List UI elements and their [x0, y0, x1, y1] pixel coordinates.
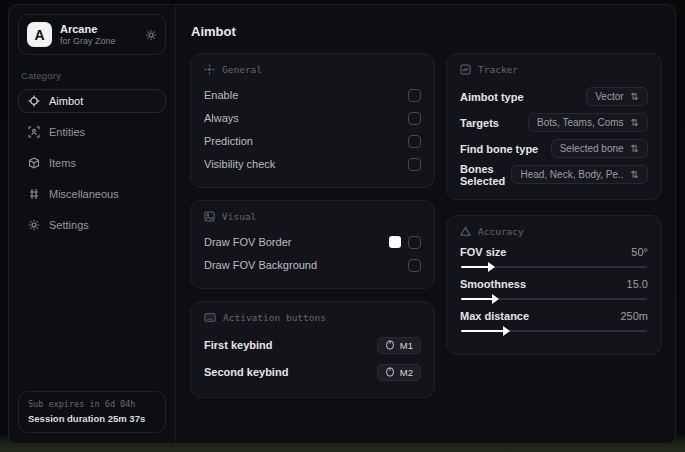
updown-arrows-icon: ⇅ [631, 91, 639, 102]
toggle-row-always: Always [204, 107, 421, 129]
sidebar-item-settings[interactable]: Settings [18, 213, 166, 237]
brand-logo: A [27, 22, 52, 47]
row-label: Second keybind [204, 366, 288, 378]
card-title: Activation buttons [223, 312, 326, 323]
row-label: Max distance [460, 310, 529, 322]
draw-fov-background-checkbox[interactable] [408, 259, 421, 272]
color-swatch[interactable] [389, 236, 401, 248]
select-row-find-bone-type: Find bone type Selected bone ⇅ [460, 136, 648, 161]
crosshair-icon [28, 95, 40, 107]
sidebar-item-items[interactable]: Items [18, 151, 166, 175]
slider-row-fov-size: FOV size 50° [460, 246, 648, 258]
enable-checkbox[interactable] [408, 89, 421, 102]
find-bone-type-select[interactable]: Selected bone ⇅ [551, 139, 648, 158]
keybind-row-second: Second keybind M2 [204, 359, 421, 385]
sidebar-item-entities[interactable]: Entities [18, 120, 166, 144]
cube-icon [28, 157, 40, 169]
brand-name: Arcane [60, 23, 116, 35]
slider-row-smoothness: Smoothness 15.0 [460, 278, 648, 290]
updown-arrows-icon: ⇅ [631, 169, 639, 180]
sidebar-item-label: Items [49, 157, 76, 169]
targets-select[interactable]: Bots, Teams, Coms ⇅ [528, 113, 648, 132]
card-visual-header: Visual [204, 211, 421, 222]
select-value: Bots, Teams, Coms [537, 117, 624, 128]
slider-value: 50° [631, 246, 648, 258]
smoothness-slider[interactable] [461, 298, 647, 300]
first-keybind-button[interactable]: M1 [377, 337, 421, 354]
keybind-value: M2 [400, 367, 413, 378]
slider-row-max-distance: Max distance 250m [460, 310, 648, 322]
row-label: Enable [204, 89, 238, 101]
sidebar: A Arcane for Gray Zone Category Aimbot [9, 5, 176, 443]
aimbot-type-select[interactable]: Vector ⇅ [586, 87, 648, 106]
card-activation-buttons: Activation buttons First keybind M1 [190, 301, 435, 398]
sub-expires-text: Sub expires in 6d 04h [28, 399, 156, 409]
slider-value: 15.0 [627, 278, 648, 290]
sidebar-item-label: Entities [49, 126, 85, 138]
gear-icon[interactable] [145, 29, 157, 41]
card-title: General [222, 64, 262, 75]
gear-icon [28, 219, 40, 231]
card-visual: Visual Draw FOV Border Draw FOV Backgrou… [190, 200, 435, 289]
row-label: Targets [460, 117, 499, 129]
second-keybind-button[interactable]: M2 [377, 364, 421, 381]
sidebar-item-aimbot[interactable]: Aimbot [18, 89, 166, 113]
bones-selected-select[interactable]: Head, Neck, Body, Pe.. ⇅ [511, 165, 648, 184]
updown-arrows-icon: ⇅ [631, 143, 639, 154]
slider-thumb[interactable] [503, 326, 510, 336]
always-checkbox[interactable] [408, 112, 421, 125]
slider-thumb[interactable] [488, 262, 495, 272]
triangle-icon [460, 226, 471, 237]
subscription-info: Sub expires in 6d 04h Session duration 2… [18, 391, 166, 433]
right-group [389, 236, 421, 249]
card-general: General Enable Always Prediction [190, 53, 435, 188]
row-label: Draw FOV Border [204, 236, 291, 248]
keyboard-icon [204, 312, 216, 323]
right-column: Tracker Aimbot type Vector ⇅ Targets Bot… [446, 53, 662, 355]
sidebar-item-miscellaneous[interactable]: Miscellaneous [18, 182, 166, 206]
max-distance-slider[interactable] [461, 330, 647, 332]
card-accuracy: Accuracy FOV size 50° Smoothness 15.0 [446, 215, 662, 355]
columns: General Enable Always Prediction [190, 53, 662, 398]
row-label: Always [204, 112, 239, 124]
fov-size-slider[interactable] [461, 266, 647, 268]
row-label: First keybind [204, 339, 272, 351]
row-label: Aimbot type [460, 91, 524, 103]
chart-icon [460, 64, 471, 75]
brand-text: Arcane for Gray Zone [60, 23, 116, 46]
card-tracker-header: Tracker [460, 64, 648, 75]
person-scan-icon [28, 126, 40, 138]
select-row-targets: Targets Bots, Teams, Coms ⇅ [460, 110, 648, 135]
sidebar-item-label: Settings [49, 219, 89, 231]
row-label: Bones Selected [460, 163, 511, 187]
select-value: Vector [595, 91, 623, 102]
draw-fov-border-checkbox[interactable] [408, 236, 421, 249]
prediction-checkbox[interactable] [408, 135, 421, 148]
main-content: Aimbot General Enable [176, 5, 675, 443]
left-column: General Enable Always Prediction [190, 53, 435, 398]
mouse-icon [385, 367, 395, 377]
sidebar-item-label: Miscellaneous [49, 188, 119, 200]
toggle-row-enable: Enable [204, 84, 421, 106]
image-icon [204, 211, 215, 222]
card-general-header: General [204, 64, 421, 75]
slider-fill [461, 298, 493, 300]
visibility-check-checkbox[interactable] [408, 158, 421, 171]
category-label: Category [21, 70, 163, 81]
slider-thumb[interactable] [492, 294, 499, 304]
slider-fill [461, 266, 489, 268]
card-activation-header: Activation buttons [204, 312, 421, 323]
card-title: Tracker [478, 64, 518, 75]
sidebar-item-label: Aimbot [49, 95, 83, 107]
toggle-row-draw-fov-background: Draw FOV Background [204, 254, 421, 276]
rails-icon [28, 188, 40, 200]
crosshair-icon [204, 64, 215, 75]
updown-arrows-icon: ⇅ [631, 117, 639, 128]
slider-fill [461, 330, 504, 332]
toggle-row-visibility-check: Visibility check [204, 153, 421, 175]
row-label: FOV size [460, 246, 506, 258]
card-title: Visual [222, 211, 256, 222]
game-overlay: { "sidebar": { "brand": { "initial": "A"… [0, 0, 685, 452]
toggle-row-draw-fov-border: Draw FOV Border [204, 231, 421, 253]
page-title: Aimbot [191, 24, 662, 39]
